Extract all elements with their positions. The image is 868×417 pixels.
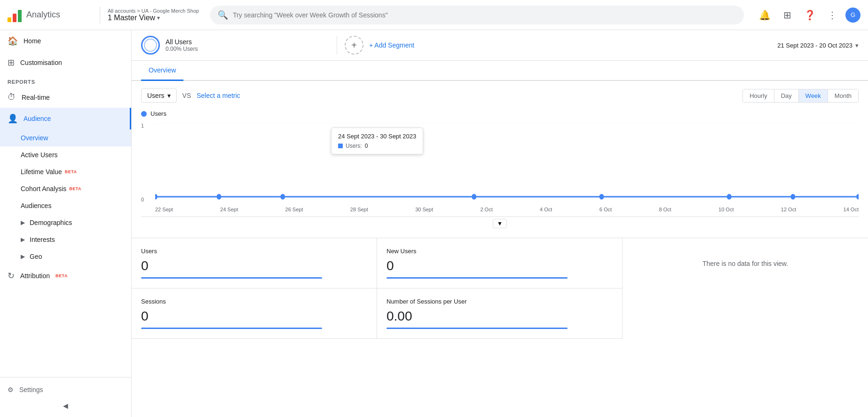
stat-users-label: Users [141, 248, 367, 255]
x-label-14oct: 14 Oct [844, 207, 859, 212]
date-range-dropdown-icon: ▾ [855, 42, 859, 49]
metric-selector[interactable]: Users ▾ [141, 88, 177, 103]
scroll-down-button[interactable]: ▼ [493, 219, 507, 228]
svg-point-7 [790, 194, 795, 200]
sidebar-item-overview[interactable]: Overview [0, 129, 131, 146]
segment-1: All Users 0.00% Users [141, 36, 329, 55]
help-button[interactable]: ❓ [800, 6, 819, 24]
reports-section-label: REPORTS [0, 73, 131, 87]
svg-point-2 [217, 194, 221, 200]
apps-button[interactable]: ⊞ [778, 6, 797, 24]
x-label-30sept: 30 Sept [415, 207, 433, 212]
sidebar-item-demographics[interactable]: ▶ Demographics [0, 214, 131, 231]
stat-sessions-per-user-value: 0.00 [387, 309, 613, 324]
sidebar-demographics-label: Demographics [30, 219, 72, 226]
x-label-4oct: 4 Oct [540, 207, 552, 212]
sidebar-bottom: ⚙ Settings ◀ [0, 377, 131, 417]
time-hourly-button[interactable]: Hourly [743, 89, 774, 102]
home-icon: 🏠 [8, 36, 18, 46]
sidebar-attribution-label: Attribution [20, 272, 50, 280]
collapse-icon: ◀ [63, 402, 68, 409]
tab-overview[interactable]: Overview [141, 61, 183, 81]
x-label-6oct: 6 Oct [600, 207, 612, 212]
customisation-icon: ⊞ [8, 57, 15, 68]
more-button[interactable]: ⋮ [823, 6, 842, 24]
time-day-button[interactable]: Day [774, 89, 799, 102]
segment-1-name: All Users [166, 38, 198, 46]
sidebar-interests-label: Interests [30, 236, 55, 243]
sidebar-geo-label: Geo [30, 253, 42, 260]
chart-container: 1 0 [141, 123, 859, 217]
legend-label-users: Users [150, 110, 166, 117]
sidebar-item-realtime[interactable]: ⏱ Real-time [0, 87, 131, 108]
logo-bar-green [18, 10, 22, 22]
notifications-button[interactable]: 🔔 [755, 6, 774, 24]
svg-point-5 [599, 194, 604, 200]
stat-sessions-bar [141, 328, 322, 329]
sidebar-collapse-button[interactable]: ◀ [0, 398, 131, 413]
sidebar-item-lifetime-value[interactable]: Lifetime Value BETA [0, 163, 131, 180]
cohort-beta-badge: BETA [69, 186, 81, 191]
chart-x-labels: 22 Sept 24 Sept 26 Sept 28 Sept 30 Sept … [155, 202, 859, 217]
stat-new-users-bar [387, 277, 568, 279]
segment-1-circle [141, 36, 160, 55]
realtime-icon: ⏱ [8, 92, 16, 102]
sidebar-item-interests[interactable]: ▶ Interests [0, 231, 131, 248]
header-divider [100, 7, 100, 24]
date-range-selector[interactable]: 21 Sept 2023 - 20 Oct 2023 ▾ [777, 42, 859, 49]
chart-svg [155, 123, 859, 202]
sidebar-item-audiences[interactable]: Audiences [0, 197, 131, 214]
x-label-22sept: 22 Sept [155, 207, 173, 212]
search-input[interactable] [233, 11, 736, 19]
stat-users-bar [141, 277, 322, 279]
segment-1-circle-inner [144, 39, 157, 52]
search-bar[interactable]: 🔍 [210, 6, 744, 24]
attribution-beta-badge: BETA [55, 273, 68, 278]
stat-sessions-value: 0 [141, 309, 367, 324]
chart-legend: Users [141, 110, 859, 117]
select-metric-button[interactable]: Select a metric [197, 92, 240, 99]
date-range-text: 21 Sept 2023 - 20 Oct 2023 [777, 42, 852, 49]
sidebar-item-attribution[interactable]: ↻ Attribution BETA [0, 265, 131, 287]
time-controls: Hourly Day Week Month [742, 89, 859, 103]
add-segment-label: + Add Segment [369, 41, 414, 49]
sidebar-item-audience[interactable]: 👤 Audience [0, 108, 131, 129]
time-month-button[interactable]: Month [828, 89, 858, 102]
sidebar-audience-label: Audience [24, 115, 51, 122]
chart-y-labels: 1 0 [141, 123, 148, 202]
sidebar-overview-label: Overview [21, 134, 48, 142]
metric-dropdown-icon: ▾ [167, 92, 171, 99]
time-week-button[interactable]: Week [799, 89, 828, 102]
sidebar-settings-label: Settings [19, 386, 43, 393]
audience-icon: 👤 [8, 113, 18, 124]
avatar[interactable]: G [845, 8, 860, 23]
account-selector[interactable]: 1 Master View ▾ [108, 14, 199, 22]
sidebar-settings[interactable]: ⚙ Settings [0, 381, 131, 398]
stat-sessions-per-user-label: Number of Sessions per User [387, 298, 613, 305]
stat-new-users: New Users 0 [377, 238, 623, 289]
sidebar-active-users-label: Active Users [21, 151, 58, 159]
sidebar-item-home[interactable]: 🏠 Home [0, 30, 131, 52]
sidebar-item-customisation[interactable]: ⊞ Customisation [0, 52, 131, 73]
chart-y-label-1: 1 [141, 123, 148, 128]
x-label-26sept: 26 Sept [285, 207, 303, 212]
sidebar-home-label: Home [24, 37, 41, 45]
sidebar-item-geo[interactable]: ▶ Geo [0, 248, 131, 265]
main-layout: 🏠 Home ⊞ Customisation REPORTS ⏱ Real-ti… [0, 30, 868, 417]
attribution-icon: ↻ [8, 271, 15, 281]
scroll-indicator: ▼ [141, 217, 859, 230]
chart-controls: Users ▾ VS Select a metric Hourly Day We… [141, 88, 859, 103]
logo-bar-red [13, 14, 16, 22]
svg-point-4 [472, 194, 476, 200]
svg-point-3 [280, 194, 285, 200]
segment-1-pct: 0.00% Users [166, 46, 198, 52]
add-segment-circle: + [345, 36, 363, 55]
search-icon: 🔍 [218, 10, 228, 20]
account-name: 1 Master View [108, 14, 155, 22]
add-segment-button[interactable]: + + Add Segment [345, 36, 533, 55]
stat-sessions: Sessions 0 [132, 289, 377, 339]
overview-tabs: Overview [132, 61, 868, 81]
sidebar-item-cohort[interactable]: Cohort Analysis BETA [0, 180, 131, 197]
segment-divider [337, 36, 337, 55]
sidebar-item-active-users[interactable]: Active Users [0, 146, 131, 163]
